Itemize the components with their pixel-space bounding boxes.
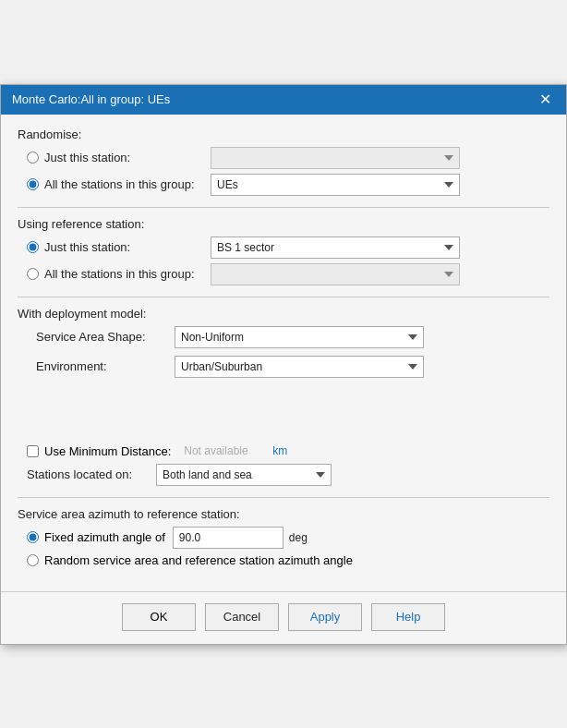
ok-button[interactable]: OK (122, 603, 196, 631)
randomise-section: Randomise: Just this station: All the st… (18, 127, 549, 196)
min-distance-label[interactable]: Use Minimum Distance: (44, 444, 171, 458)
service-area-row: Service Area Shape: Non-Uniform Uniform (18, 326, 549, 348)
ref-all-stations-row: All the stations in this group: (18, 263, 549, 285)
just-this-station-row: Just this station: (18, 147, 549, 169)
deg-label: deg (289, 531, 308, 544)
dialog: Monte Carlo:All in group: UEs ✕ Randomis… (0, 84, 567, 645)
fixed-azimuth-label[interactable]: Fixed azimuth angle of (44, 530, 165, 544)
cancel-button[interactable]: Cancel (205, 603, 279, 631)
ref-just-this-row: Just this station: BS 1 sector (18, 237, 549, 259)
close-button[interactable]: ✕ (536, 92, 555, 107)
ref-all-stations-label[interactable]: All the stations in this group: (44, 267, 211, 281)
environment-label: Environment: (36, 359, 175, 373)
fixed-azimuth-row: Fixed azimuth angle of deg (18, 527, 549, 549)
ref-all-stations-radio[interactable] (27, 268, 39, 280)
random-azimuth-label[interactable]: Random service area and reference statio… (44, 553, 353, 567)
ref-just-this-dropdown[interactable]: BS 1 sector (211, 237, 460, 259)
just-this-station-dropdown[interactable] (211, 147, 460, 169)
km-label: km (272, 444, 287, 457)
all-stations-label[interactable]: All the stations in this group: (44, 177, 211, 191)
divider-2 (18, 297, 549, 297)
just-this-station-radio[interactable] (27, 152, 39, 164)
reference-station-section: Using reference station: Just this stati… (18, 217, 549, 285)
deployment-model-label: With deployment model: (18, 307, 549, 321)
stations-located-row: Stations located on: Both land and sea L… (18, 464, 549, 486)
ref-just-this-label[interactable]: Just this station: (44, 240, 211, 254)
title-bar: Monte Carlo:All in group: UEs ✕ (1, 85, 566, 115)
azimuth-label: Service area azimuth to reference statio… (18, 507, 549, 521)
all-stations-radio[interactable] (27, 178, 39, 190)
button-bar: OK Cancel Apply Help (1, 591, 566, 644)
stations-located-label: Stations located on: (27, 467, 156, 481)
ref-all-stations-dropdown[interactable] (211, 263, 460, 285)
environment-dropdown[interactable]: Urban/Suburban Rural Dense Urban (175, 356, 424, 378)
min-distance-row: Use Minimum Distance: Not available km (18, 444, 549, 458)
dialog-title: Monte Carlo:All in group: UEs (12, 92, 170, 106)
reference-station-label: Using reference station: (18, 217, 549, 231)
stations-located-dropdown[interactable]: Both land and sea Land only Sea only (156, 464, 332, 486)
min-distance-checkbox[interactable] (27, 445, 39, 457)
all-stations-dropdown[interactable]: UEs (211, 174, 460, 196)
service-area-dropdown[interactable]: Non-Uniform Uniform (175, 326, 424, 348)
apply-button[interactable]: Apply (288, 603, 362, 631)
divider-3 (18, 497, 549, 498)
all-stations-row: All the stations in this group: UEs (18, 174, 549, 196)
help-button[interactable]: Help (371, 603, 445, 631)
dialog-body: Randomise: Just this station: All the st… (1, 115, 566, 591)
service-area-label: Service Area Shape: (36, 330, 175, 344)
random-azimuth-row: Random service area and reference statio… (18, 553, 549, 567)
just-this-station-label[interactable]: Just this station: (44, 151, 211, 164)
random-azimuth-radio[interactable] (27, 554, 39, 566)
fixed-azimuth-input[interactable] (173, 527, 284, 549)
environment-row: Environment: Urban/Suburban Rural Dense … (18, 356, 549, 378)
minimum-distance-section: Use Minimum Distance: Not available km S… (18, 444, 549, 486)
randomise-label: Randomise: (18, 127, 549, 141)
azimuth-section: Service area azimuth to reference statio… (18, 507, 549, 567)
not-available-text: Not available (184, 444, 267, 457)
ref-just-this-radio[interactable] (27, 241, 39, 253)
deployment-model-section: With deployment model: Service Area Shap… (18, 307, 549, 378)
divider-1 (18, 207, 549, 208)
spacer (18, 389, 549, 444)
fixed-azimuth-radio[interactable] (27, 531, 39, 543)
